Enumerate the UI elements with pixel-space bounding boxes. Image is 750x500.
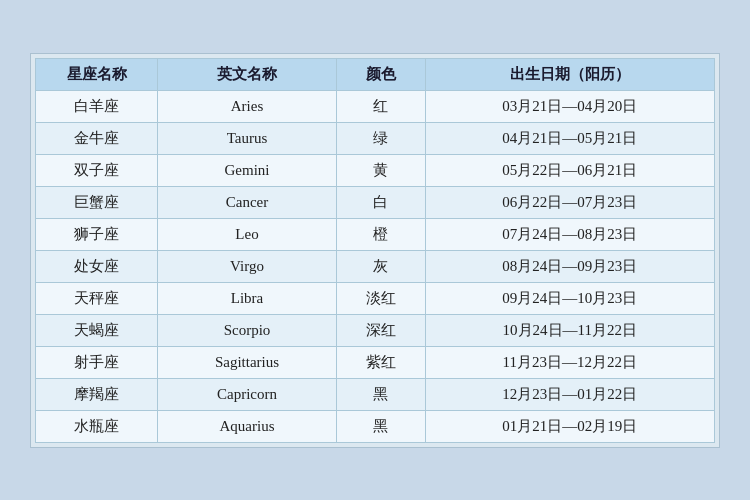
header-date: 出生日期（阳历） — [425, 58, 714, 90]
cell-date: 06月22日—07月23日 — [425, 186, 714, 218]
cell-zh: 水瓶座 — [36, 410, 158, 442]
cell-zh: 白羊座 — [36, 90, 158, 122]
table-row: 白羊座Aries红03月21日—04月20日 — [36, 90, 715, 122]
table-row: 巨蟹座Cancer白06月22日—07月23日 — [36, 186, 715, 218]
cell-en: Virgo — [158, 250, 336, 282]
zodiac-table: 星座名称 英文名称 颜色 出生日期（阳历） 白羊座Aries红03月21日—04… — [35, 58, 715, 443]
cell-zh: 处女座 — [36, 250, 158, 282]
cell-color: 深红 — [336, 314, 425, 346]
cell-date: 03月21日—04月20日 — [425, 90, 714, 122]
cell-zh: 天蝎座 — [36, 314, 158, 346]
cell-color: 淡红 — [336, 282, 425, 314]
cell-zh: 摩羯座 — [36, 378, 158, 410]
cell-color: 橙 — [336, 218, 425, 250]
cell-date: 09月24日—10月23日 — [425, 282, 714, 314]
cell-color: 白 — [336, 186, 425, 218]
table-row: 射手座Sagittarius紫红11月23日—12月22日 — [36, 346, 715, 378]
cell-color: 绿 — [336, 122, 425, 154]
cell-date: 07月24日—08月23日 — [425, 218, 714, 250]
cell-color: 黑 — [336, 378, 425, 410]
cell-date: 01月21日—02月19日 — [425, 410, 714, 442]
header-color: 颜色 — [336, 58, 425, 90]
cell-zh: 狮子座 — [36, 218, 158, 250]
cell-en: Taurus — [158, 122, 336, 154]
cell-date: 10月24日—11月22日 — [425, 314, 714, 346]
cell-color: 灰 — [336, 250, 425, 282]
cell-en: Capricorn — [158, 378, 336, 410]
cell-date: 11月23日—12月22日 — [425, 346, 714, 378]
cell-date: 12月23日—01月22日 — [425, 378, 714, 410]
header-zh: 星座名称 — [36, 58, 158, 90]
table-row: 处女座Virgo灰08月24日—09月23日 — [36, 250, 715, 282]
cell-zh: 双子座 — [36, 154, 158, 186]
table-row: 天蝎座Scorpio深红10月24日—11月22日 — [36, 314, 715, 346]
cell-en: Leo — [158, 218, 336, 250]
cell-date: 04月21日—05月21日 — [425, 122, 714, 154]
cell-date: 08月24日—09月23日 — [425, 250, 714, 282]
cell-en: Libra — [158, 282, 336, 314]
cell-zh: 巨蟹座 — [36, 186, 158, 218]
cell-color: 紫红 — [336, 346, 425, 378]
table-header-row: 星座名称 英文名称 颜色 出生日期（阳历） — [36, 58, 715, 90]
table-row: 摩羯座Capricorn黑12月23日—01月22日 — [36, 378, 715, 410]
cell-date: 05月22日—06月21日 — [425, 154, 714, 186]
cell-zh: 射手座 — [36, 346, 158, 378]
cell-en: Gemini — [158, 154, 336, 186]
table-row: 天秤座Libra淡红09月24日—10月23日 — [36, 282, 715, 314]
cell-en: Scorpio — [158, 314, 336, 346]
cell-zh: 天秤座 — [36, 282, 158, 314]
table-row: 狮子座Leo橙07月24日—08月23日 — [36, 218, 715, 250]
header-en: 英文名称 — [158, 58, 336, 90]
cell-zh: 金牛座 — [36, 122, 158, 154]
cell-en: Sagittarius — [158, 346, 336, 378]
cell-color: 黄 — [336, 154, 425, 186]
cell-color: 黑 — [336, 410, 425, 442]
table-row: 水瓶座Aquarius黑01月21日—02月19日 — [36, 410, 715, 442]
cell-color: 红 — [336, 90, 425, 122]
table-row: 双子座Gemini黄05月22日—06月21日 — [36, 154, 715, 186]
cell-en: Aquarius — [158, 410, 336, 442]
cell-en: Cancer — [158, 186, 336, 218]
table-row: 金牛座Taurus绿04月21日—05月21日 — [36, 122, 715, 154]
cell-en: Aries — [158, 90, 336, 122]
zodiac-table-container: 星座名称 英文名称 颜色 出生日期（阳历） 白羊座Aries红03月21日—04… — [30, 53, 720, 448]
